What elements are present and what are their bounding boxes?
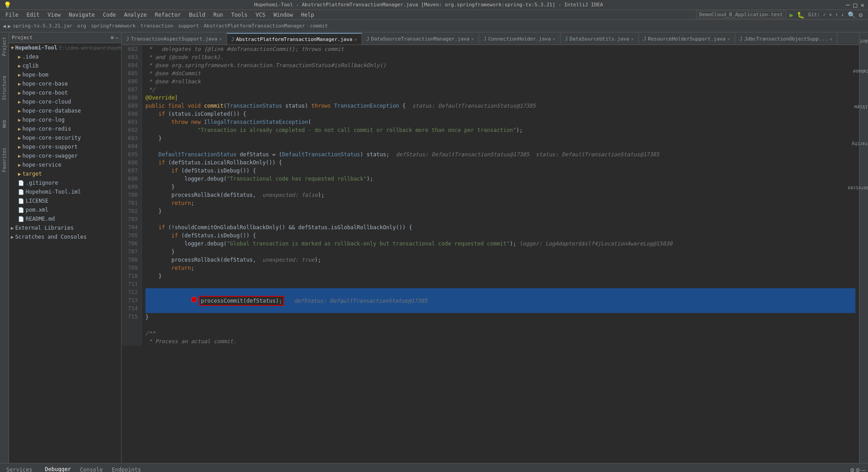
tree-item-cglib[interactable]: ▶ cglib (9, 61, 121, 70)
menu-file[interactable]: File (2, 11, 22, 19)
tree-item-iml[interactable]: 📄 Hopehomi-Tool.iml (9, 187, 121, 196)
menu-code[interactable]: Code (99, 11, 120, 19)
code-lines-container: 682 683 684 685 686 687 688 689 690 691 … (122, 45, 859, 345)
tree-item-hope-core-database[interactable]: ▶ hope-core-database (9, 106, 121, 115)
tab-transaction-aspect[interactable]: J TransactionAspectSupport.java ✕ (122, 33, 227, 45)
right-tab-restservices[interactable]: RestServices (845, 184, 868, 191)
project-collapse-icon[interactable]: — (115, 35, 118, 41)
maximize-button[interactable]: □ (853, 1, 857, 9)
tab-datasource-utils[interactable]: J DataSourceUtils.java ✕ (561, 33, 639, 45)
endpoints-tab[interactable]: Endpoints (108, 466, 145, 472)
right-tab-sciview[interactable]: SciView (851, 104, 868, 110)
tree-item-target[interactable]: ▶ target (9, 169, 121, 178)
minimize-button[interactable]: ─ (846, 1, 850, 9)
tree-item-readme[interactable]: 📄 README.md (9, 214, 121, 223)
code-content[interactable]: * delegates to {@link #doTransactionComm… (142, 45, 859, 345)
bottom-panel: Services Debugger Console Endpoints ⚙ ⚙ … (0, 463, 868, 472)
run-button[interactable]: ▶ (790, 11, 793, 18)
tree-item-gitignore[interactable]: 📄 .gitignore (9, 178, 121, 187)
menu-edit[interactable]: Edit (23, 11, 43, 19)
menu-tools[interactable]: Tools (228, 11, 251, 19)
tree-item-license[interactable]: 📄 LICENSE (9, 196, 121, 205)
menu-build[interactable]: Build (185, 11, 209, 19)
close-tab-icon[interactable]: ✕ (354, 37, 357, 42)
menu-run[interactable]: Run (210, 11, 227, 19)
tree-item-hope-core-swagger[interactable]: ▶ hope-core-swagger (9, 151, 121, 160)
left-tab-favorites[interactable]: Favorites (1, 145, 8, 175)
tree-item-scratches[interactable]: ▶ Scratches and Consoles (9, 232, 121, 241)
file-icon: 📄 (18, 198, 24, 204)
tree-item-root[interactable]: ▼ Hopehomi-Tool E:\idea-workspace\hopeho… (9, 43, 121, 52)
menu-help[interactable]: Help (298, 11, 318, 19)
debug-run-button[interactable]: 🐛 (797, 11, 805, 18)
tree-item-external-libraries[interactable]: ▶ External Libraries (9, 223, 121, 232)
right-tab-database[interactable]: Database (850, 68, 868, 75)
project-settings-icon[interactable]: ⚙ (111, 35, 114, 41)
settings-icon[interactable]: ⚙ (850, 466, 854, 472)
tab-datasource-tx[interactable]: J DataSourceTransactionManager.java ✕ (362, 33, 479, 45)
menu-window[interactable]: Window (270, 11, 296, 19)
breadcrumb-jar[interactable]: spring-tx-5.3.21.jar (13, 23, 72, 29)
left-tab-web[interactable]: Web (1, 117, 8, 131)
settings-icon[interactable]: ⚙ (859, 11, 863, 18)
breadcrumb-springframework[interactable]: springframework (91, 23, 136, 29)
close-tab-icon[interactable]: ✕ (553, 36, 556, 41)
left-tab-structure[interactable]: Structure (1, 73, 8, 103)
close-tab-icon[interactable]: ✕ (471, 36, 474, 41)
right-tab-ant[interactable]: Ant (857, 38, 868, 45)
tree-item-hope-core-base[interactable]: ▶ hope-core-base (9, 79, 121, 88)
tree-item-hope-service[interactable]: ▶ hope-service (9, 160, 121, 169)
code-line-685: * @see #doCommit (145, 69, 855, 77)
back-button[interactable]: ◀ (3, 23, 6, 29)
code-line-688-method: public final void commit(TransactionStat… (145, 102, 855, 110)
close-tab-icon[interactable]: ✕ (830, 36, 832, 41)
project-tree: ▼ Hopehomi-Tool E:\idea-workspace\hopeho… (9, 43, 121, 463)
tree-item-hope-core-log[interactable]: ▶ hope-core-log (9, 115, 121, 124)
tree-item-hope-core-redis[interactable]: ▶ hope-core-redis (9, 124, 121, 133)
breadcrumb-method[interactable]: commit (310, 23, 328, 29)
folder-icon: ▶ (11, 225, 14, 231)
console-tab[interactable]: Console (77, 466, 107, 472)
run-config-selector[interactable]: DemoCloud_B_Application-test (696, 11, 786, 18)
close-panel-icon[interactable]: — (862, 466, 865, 472)
close-tab-icon[interactable]: ✕ (219, 36, 222, 41)
close-button[interactable]: ✕ (861, 1, 864, 9)
left-tab-project[interactable]: Project (1, 34, 8, 59)
tab-abstract-platform[interactable]: J AbstractPlatformTransactionManager.jav… (227, 33, 362, 45)
menu-refactor[interactable]: Refactor (151, 11, 185, 19)
breadcrumb-support[interactable]: support (178, 23, 199, 29)
menu-analyze[interactable]: Analyze (120, 11, 150, 19)
tree-item-idea[interactable]: ▶ .idea (9, 52, 121, 61)
menu-view[interactable]: View (44, 11, 64, 19)
breadcrumb-org[interactable]: org (77, 23, 86, 29)
search-everywhere-icon[interactable]: 🔍 (848, 11, 855, 18)
tab-connection-holder[interactable]: J ConnectionHolder.java ✕ (479, 33, 561, 45)
right-tab-hierarchy[interactable]: Hierarchy (849, 141, 868, 147)
code-editor[interactable]: 682 683 684 685 686 687 688 689 690 691 … (122, 45, 859, 463)
main-layout: Project Structure Web Favorites Project … (0, 32, 868, 463)
tree-item-hope-core-support[interactable]: ▶ hope-core-support (9, 142, 121, 151)
debugger-tab[interactable]: Debugger (41, 465, 75, 472)
folder-icon: ▶ (18, 153, 21, 159)
java-file-icon: J (126, 36, 129, 42)
tab-resource-holder[interactable]: J ResourceHolderSupport.java ✕ (639, 33, 735, 45)
close-tab-icon[interactable]: ✕ (728, 36, 730, 41)
code-line-696: if (defStatus.isDebug()) { (145, 167, 855, 175)
breadcrumb-transaction[interactable]: transaction (140, 23, 173, 29)
services-label[interactable]: Services (3, 466, 36, 472)
tree-item-hope-core-security[interactable]: ▶ hope-core-security (9, 133, 121, 142)
panel-settings-icon[interactable]: ⚙ (856, 466, 859, 472)
close-tab-icon[interactable]: ✕ (631, 36, 634, 41)
breadcrumb-class[interactable]: AbstractPlatformTransactionManager (203, 23, 305, 29)
menu-vcs[interactable]: VCS (252, 11, 269, 19)
forward-button[interactable]: ▶ (8, 23, 11, 29)
tree-item-hope-bom[interactable]: ▶ hope-bom (9, 70, 121, 79)
tree-item-hope-core-cloud[interactable]: ▶ hope-core-cloud (9, 97, 121, 106)
tree-item-pom[interactable]: 📄 pom.xml (9, 205, 121, 214)
folder-icon: ▶ (18, 126, 21, 132)
code-line-693 (145, 142, 855, 150)
menu-navigate[interactable]: Navigate (65, 11, 99, 19)
folder-icon: ▶ (18, 135, 21, 141)
tree-item-hope-core-boot[interactable]: ▶ hope-core-boot (9, 88, 121, 97)
tab-jdbc-tx[interactable]: J JdbcTransactionObjectSupp... ✕ (735, 33, 837, 45)
